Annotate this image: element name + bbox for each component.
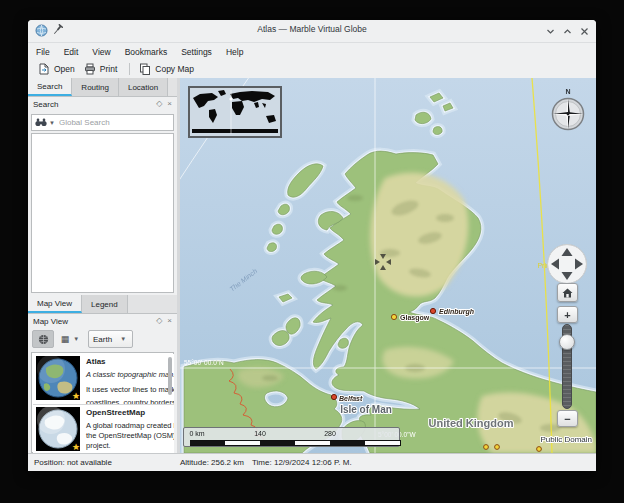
statusbar: Position: not available Altitude: 256.2 … — [28, 453, 596, 471]
minimap-position-dot — [229, 97, 232, 100]
close-panel-icon[interactable]: × — [167, 317, 172, 325]
print-label: Print — [100, 64, 117, 74]
sidebar: Search Routing Location Search ◇ × ▼ Map… — [28, 78, 177, 453]
toolbar-separator — [129, 63, 130, 75]
theme-desc: A global roadmap created by — [86, 421, 174, 430]
chevron-down-icon: ▼ — [73, 336, 79, 342]
float-panel-icon[interactable]: ◇ — [156, 317, 162, 325]
belfast-marker — [331, 394, 336, 399]
belfast-label: Belfast — [339, 395, 363, 402]
edinburgh-marker — [430, 308, 435, 313]
theme-name: Atlas — [86, 357, 106, 366]
glasgow-label: Glasgow — [400, 314, 430, 322]
print-icon — [84, 63, 96, 75]
search-results-area[interactable] — [31, 133, 174, 293]
theme-item-openstreetmap[interactable]: ★ OpenStreetMap A global roadmap created… — [33, 405, 174, 455]
sidebar-bottom-tabs: Map View Legend — [28, 295, 177, 314]
open-button[interactable]: Open — [35, 61, 81, 77]
overview-minimap[interactable] — [188, 86, 282, 138]
latitude-label: 55°00' 00.0"N — [184, 359, 224, 366]
search-input-wrap: ▼ — [31, 114, 174, 131]
city-marker — [495, 445, 500, 450]
scale-start-label: 0 km — [189, 430, 204, 437]
binoculars-icon — [35, 118, 47, 127]
maximize-button[interactable] — [561, 25, 573, 37]
theme-list-scrollbar[interactable] — [168, 357, 172, 395]
theme-view-mode-button[interactable]: ▦ ▼ — [57, 330, 85, 348]
zoom-slider-handle[interactable] — [559, 334, 575, 350]
theme-desc: It uses vector lines to mark — [86, 385, 174, 394]
attribution-label: Public Domain — [540, 435, 592, 444]
menu-view[interactable]: View — [92, 47, 110, 57]
pan-dpad[interactable] — [545, 242, 589, 286]
menu-help[interactable]: Help — [226, 47, 243, 57]
chevron-down-icon: ▼ — [120, 336, 126, 342]
map-view-controls: ▦ ▼ Earth ▼ — [32, 330, 133, 348]
menu-bookmarks[interactable]: Bookmarks — [125, 47, 168, 57]
zoom-in-button[interactable]: + — [557, 306, 578, 323]
altitude-label: Altitude: — [180, 458, 209, 467]
home-icon — [562, 288, 573, 298]
copy-icon — [139, 63, 151, 75]
titlebar: Atlas — Marble Virtual Globe — [28, 20, 596, 43]
city-marker — [537, 447, 542, 452]
favorite-star-icon: ★ — [72, 442, 80, 452]
open-label: Open — [54, 64, 75, 74]
search-mode-chevron-icon[interactable]: ▼ — [49, 120, 55, 126]
open-file-icon — [38, 63, 50, 75]
altitude-value: 256.2 km — [211, 458, 244, 467]
toolbar: Open Print Copy Map — [28, 60, 596, 79]
celestial-body-value: Earth — [93, 335, 112, 344]
theme-name: OpenStreetMap — [86, 408, 145, 417]
home-button[interactable] — [557, 283, 578, 302]
map-theme-list: ★ Atlas A classic topographic map. It us… — [31, 352, 174, 453]
theme-item-atlas[interactable]: ★ Atlas A classic topographic map. It us… — [33, 354, 174, 405]
theme-desc: coastlines, country borders — [86, 398, 174, 405]
glasgow-marker — [391, 314, 396, 319]
theme-desc: project. — [86, 441, 111, 450]
map-container: 55°00' 00.0"N 5°00' 00.0"W Prime Meridia… — [180, 78, 596, 453]
tab-search[interactable]: Search — [28, 78, 72, 96]
tab-legend[interactable]: Legend — [82, 295, 128, 313]
theme-desc: the OpenStreetMap (OSM) — [86, 431, 174, 440]
isle-of-man-label: Isle of Man — [340, 404, 392, 415]
position-status: Position: not available — [34, 458, 112, 467]
atlas-thumbnail: ★ — [36, 356, 80, 400]
map-view-panel-header: Map View ◇ × — [28, 314, 177, 328]
time-status: Time: 12/9/2024 12:06 P. M. — [252, 458, 352, 467]
menu-settings[interactable]: Settings — [181, 47, 212, 57]
minimap-continents — [192, 90, 278, 133]
search-panel-title: Search — [33, 100, 151, 109]
print-button[interactable]: Print — [81, 61, 123, 77]
search-panel-header: Search ◇ × — [28, 97, 177, 111]
window-title: Atlas — Marble Virtual Globe — [28, 24, 596, 34]
united-kingdom-label: United Kingdom — [429, 417, 514, 429]
celestial-body-select[interactable]: Earth ▼ — [88, 330, 133, 348]
scale-end-label: 280 — [324, 430, 336, 437]
favorite-star-icon: ★ — [72, 391, 80, 401]
menubar: File Edit View Bookmarks Settings Help — [28, 43, 596, 60]
float-panel-icon[interactable]: ◇ — [156, 100, 162, 108]
marble-window: Atlas — Marble Virtual Globe File Edit V… — [28, 20, 596, 471]
compass-north-label: N — [565, 88, 570, 95]
close-button[interactable] — [578, 25, 590, 37]
theme-desc: A classic topographic map. — [86, 370, 174, 379]
zoom-out-button[interactable]: − — [557, 410, 578, 427]
globe-icon — [38, 334, 49, 345]
minimize-button[interactable] — [544, 25, 556, 37]
sidebar-top-tabs: Search Routing Location — [28, 78, 177, 97]
tab-map-view[interactable]: Map View — [28, 295, 82, 313]
globe-projection-button[interactable] — [32, 330, 54, 348]
map-view-panel-title: Map View — [33, 317, 151, 326]
scale-bar: 0 km 140 280 — [183, 427, 400, 447]
copy-map-label: Copy Map — [155, 64, 194, 74]
menu-edit[interactable]: Edit — [64, 47, 79, 57]
search-input[interactable] — [57, 117, 170, 128]
close-panel-icon[interactable]: × — [167, 100, 172, 108]
copy-map-button[interactable]: Copy Map — [136, 61, 200, 77]
menu-file[interactable]: File — [36, 47, 50, 57]
tab-location[interactable]: Location — [119, 78, 168, 96]
grid-view-icon: ▦ — [61, 334, 70, 344]
compass[interactable]: N — [548, 84, 588, 134]
tab-routing[interactable]: Routing — [72, 78, 119, 96]
